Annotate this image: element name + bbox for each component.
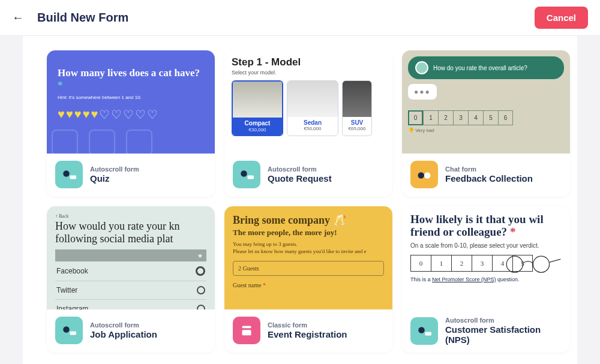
template-canvas: How many lives does a cat have? * Hint: …: [23, 36, 577, 364]
template-card-event-registration[interactable]: Bring some company 🥂 The more people, th…: [224, 206, 392, 353]
scale-cell: 3: [472, 255, 492, 272]
avatar-icon: [415, 61, 428, 74]
svg-rect-1: [70, 176, 77, 179]
bubble-text: How do you rate the overall article?: [433, 65, 527, 71]
heart-rating: ♥ ♥ ♥ ♥ ♥ ♡ ♡ ♡ ♡ ♡: [58, 107, 204, 122]
heart-outline-icon: ♡: [135, 107, 146, 122]
svg-rect-3: [248, 176, 254, 179]
template-card-quote-request[interactable]: Step 1 - Model Select your model. Compac…: [224, 50, 392, 197]
template-card-job-application[interactable]: ↑ Back How would you rate your knfollowi…: [47, 206, 215, 353]
step-subtitle: Select your model.: [232, 70, 385, 76]
template-name: Feedback Collection: [445, 174, 533, 184]
page-title: Build New Form: [37, 11, 128, 25]
template-name: Event Registration: [268, 330, 347, 340]
required-asterisk: *: [510, 225, 516, 238]
top-bar: ← Build New Form Cancel: [0, 0, 600, 36]
nps-note: This is a Net Promoter Score (NPS) quest…: [410, 276, 562, 282]
svg-rect-8: [242, 326, 251, 329]
step-title: Step 1 - Model: [232, 56, 385, 68]
svg-point-5: [424, 172, 431, 179]
model-option-compact: Compact €30,000: [232, 80, 283, 136]
event-sub2: You may bring up to 3 guests.Please let …: [233, 241, 384, 255]
autoscroll-thumb-icon: [410, 317, 438, 345]
back-arrow-icon[interactable]: ←: [12, 11, 24, 25]
scale-cell: 1: [423, 110, 438, 125]
svg-point-11: [533, 256, 549, 272]
svg-rect-9: [242, 330, 251, 335]
job-question: How would you rate your knfollowing soci…: [55, 220, 206, 245]
quiz-question: How many lives does a cat have?: [58, 67, 200, 79]
template-card-customer-satisfaction-nps[interactable]: How likely is it that you wilfriend or c…: [402, 206, 570, 353]
template-type: Autoscroll form: [90, 166, 139, 173]
autoscroll-thumb-icon: [55, 161, 83, 188]
scale-cell: 5: [483, 110, 498, 125]
scale-label-low: 👎 Very bad: [408, 128, 564, 133]
chat-thumb-icon: [410, 161, 438, 188]
glasses-illustration-icon: [498, 253, 564, 273]
chat-bubble: How do you rate the overall article?: [408, 56, 564, 79]
platform-row: Twitter: [55, 281, 206, 300]
required-asterisk: *: [58, 79, 63, 91]
template-name: Customer Satisfaction (NPS): [445, 325, 562, 345]
template-name: Quote Request: [268, 174, 332, 184]
heart-icon: ♥: [74, 107, 82, 122]
classic-thumb-icon: [233, 317, 260, 344]
preview-feedback: How do you rate the overall article? ●●●…: [402, 50, 570, 154]
template-type: Autoscroll form: [268, 166, 332, 173]
svg-point-0: [63, 170, 70, 177]
preview-nps: How likely is it that you wilfriend or c…: [402, 206, 570, 309]
scale-cell: 2: [451, 255, 472, 272]
scale-cell: 3: [453, 110, 468, 125]
heart-outline-icon: ♡: [123, 107, 134, 122]
model-option-sedan: Sedan €50,000: [287, 80, 338, 136]
heart-icon: ♥: [91, 107, 98, 122]
svg-rect-14: [425, 332, 432, 335]
preview-quiz: How many lives does a cat have? * Hint: …: [47, 50, 215, 154]
typing-indicator-icon: ●●●: [408, 84, 437, 100]
event-sub1: The more people, the more joy!: [233, 228, 384, 237]
preview-back-link: ↑ Back: [55, 213, 206, 219]
scale-cell: 2: [438, 110, 453, 125]
platform-row: Instagram: [55, 300, 206, 309]
svg-point-4: [418, 172, 425, 179]
radio-icon: [197, 305, 205, 309]
svg-rect-7: [70, 332, 77, 335]
preview-event: Bring some company 🥂 The more people, th…: [224, 206, 392, 309]
template-name: Quiz: [90, 174, 139, 184]
autoscroll-thumb-icon: [55, 317, 83, 344]
model-option-suv: SUV €65,000: [342, 80, 372, 136]
rating-header: ★: [55, 249, 206, 261]
svg-point-6: [63, 326, 70, 333]
cancel-button[interactable]: Cancel: [535, 7, 588, 29]
scale-cell: 4: [468, 110, 483, 125]
template-type: Chat form: [445, 166, 533, 173]
template-grid: How many lives does a cat have? * Hint: …: [23, 36, 577, 364]
radio-icon: [197, 286, 205, 294]
svg-point-13: [418, 327, 425, 333]
scale-cell: 0: [408, 110, 423, 125]
preview-job: ↑ Back How would you rate your knfollowi…: [47, 206, 215, 309]
guest-name-label: Guest name *: [233, 282, 384, 288]
guest-select: 2 Guests: [233, 261, 384, 276]
svg-line-12: [550, 259, 561, 262]
event-heading: Bring some company 🥂: [233, 213, 384, 227]
svg-point-2: [241, 170, 247, 177]
heart-icon: ♥: [66, 107, 73, 122]
preview-quote: Step 1 - Model Select your model. Compac…: [224, 50, 392, 154]
template-name: Job Application: [90, 330, 157, 340]
platform-row: Facebook: [55, 261, 206, 281]
required-asterisk: *: [263, 282, 266, 288]
scale-cell: 6: [498, 110, 513, 125]
heart-icon: ♥: [58, 107, 65, 122]
template-type: Autoscroll form: [445, 317, 562, 324]
scale-cell: 0: [410, 255, 431, 272]
nps-question: How likely is it that you wilfriend or c…: [410, 213, 562, 239]
template-card-quiz[interactable]: How many lives does a cat have? * Hint: …: [47, 50, 215, 197]
heart-outline-icon: ♡: [99, 107, 110, 122]
model-list: Compact €30,000 Sedan €50,000 SUV €65,00…: [232, 80, 385, 136]
template-type: Classic form: [268, 321, 347, 329]
template-card-feedback-collection[interactable]: How do you rate the overall article? ●●●…: [402, 50, 570, 197]
autoscroll-thumb-icon: [233, 161, 260, 188]
quiz-hint: Hint: it's somewhere between 1 and 10.: [58, 95, 204, 100]
heart-outline-icon: ♡: [111, 107, 122, 122]
